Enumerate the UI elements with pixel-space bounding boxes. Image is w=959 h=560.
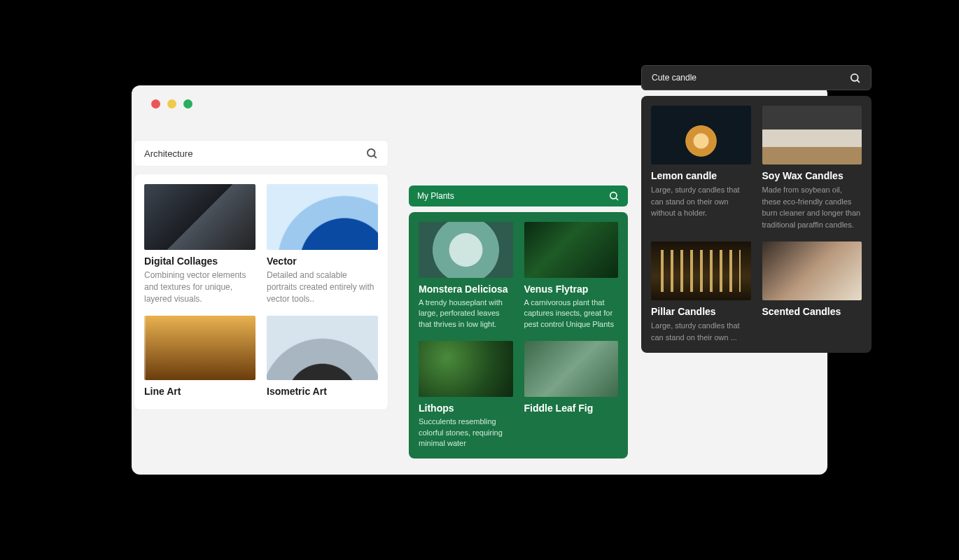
result-item[interactable]: Venus Flytrap A carnivorous plant that c… [524, 222, 619, 330]
window-close-button[interactable] [151, 99, 160, 108]
search-icon[interactable] [365, 147, 378, 160]
window-minimize-button[interactable] [167, 99, 176, 108]
svg-line-5 [858, 80, 860, 82]
result-title: Lemon candle [651, 170, 751, 181]
result-item[interactable]: Monstera Deliciosa A trendy houseplant w… [419, 222, 513, 330]
result-title: Monstera Deliciosa [419, 284, 513, 295]
search-bar-green[interactable]: My Plants [409, 186, 628, 206]
result-thumbnail [762, 241, 862, 300]
svg-point-0 [368, 149, 375, 157]
result-description: Detailed and scalable portraits created … [267, 270, 378, 304]
svg-point-2 [610, 192, 617, 199]
search-icon[interactable] [849, 72, 861, 84]
result-description: A carnivorous plant that captures insect… [524, 298, 619, 330]
result-item[interactable]: Soy Wax Candles Made from soybean oil, t… [762, 106, 862, 230]
result-item[interactable]: Pillar Candles Large, sturdy candles tha… [651, 241, 751, 343]
svg-line-1 [374, 155, 376, 158]
search-bar-dark[interactable]: Cute candle [641, 65, 872, 90]
result-thumbnail [419, 341, 513, 397]
result-title: Vector [267, 255, 378, 267]
svg-line-3 [616, 198, 618, 200]
result-item[interactable]: Vector Detailed and scalable portraits c… [267, 184, 378, 304]
result-description: Large, sturdy candles that can stand on … [651, 320, 751, 343]
result-thumbnail [144, 184, 255, 250]
result-thumbnail [267, 184, 378, 250]
result-title: Soy Wax Candles [762, 170, 862, 181]
result-title: Line Art [144, 386, 255, 397]
result-thumbnail [144, 316, 255, 380]
search-icon[interactable] [608, 190, 620, 202]
result-item[interactable]: Lemon candle Large, sturdy candles that … [651, 106, 751, 230]
result-description: Made from soybean oil, these eco-friendl… [762, 184, 862, 230]
result-thumbnail [651, 241, 751, 300]
search-bar-light[interactable] [134, 140, 388, 167]
result-item[interactable]: Fiddle Leaf Fig [524, 341, 619, 449]
green-search-panel: My Plants Monstera Deliciosa A trendy ho… [409, 186, 628, 458]
result-title: Digital Collages [144, 255, 255, 267]
light-results-card: Digital Collages Combining vector elemen… [134, 174, 388, 410]
result-thumbnail [524, 222, 619, 278]
result-title: Scented Candles [762, 306, 862, 317]
search-input-dark[interactable]: Cute candle [652, 73, 849, 83]
svg-point-4 [851, 74, 858, 80]
result-item[interactable]: Digital Collages Combining vector elemen… [144, 184, 255, 304]
result-title: Pillar Candles [651, 306, 751, 317]
result-thumbnail [651, 106, 751, 164]
result-description: A trendy houseplant with large, perforat… [419, 298, 513, 330]
result-description: Combining vector elements and textures f… [144, 270, 255, 304]
green-results-card: Monstera Deliciosa A trendy houseplant w… [409, 212, 628, 458]
result-item[interactable]: Isometric Art [267, 316, 378, 400]
result-title: Isometric Art [267, 386, 378, 397]
dark-results-card: Lemon candle Large, sturdy candles that … [641, 96, 872, 353]
result-thumbnail [524, 341, 619, 397]
result-thumbnail [762, 106, 862, 164]
light-search-panel: Digital Collages Combining vector elemen… [134, 140, 388, 410]
result-item[interactable]: Lithops Succulents resembling colorful s… [419, 341, 513, 449]
search-input-green[interactable]: My Plants [417, 191, 608, 201]
result-item[interactable]: Line Art [144, 316, 255, 400]
result-thumbnail [419, 222, 513, 278]
result-title: Fiddle Leaf Fig [524, 402, 619, 414]
dark-search-panel: Cute candle Lemon candle Large, sturdy c… [641, 65, 872, 353]
result-thumbnail [267, 316, 378, 380]
search-input-light[interactable] [144, 148, 365, 159]
result-item[interactable]: Scented Candles [762, 241, 862, 343]
result-title: Lithops [419, 402, 513, 414]
result-description: Large, sturdy candles that can stand on … [651, 184, 751, 219]
window-maximize-button[interactable] [183, 99, 192, 108]
result-description: Succulents resembling colorful stones, r… [419, 416, 513, 449]
result-title: Venus Flytrap [524, 284, 619, 295]
